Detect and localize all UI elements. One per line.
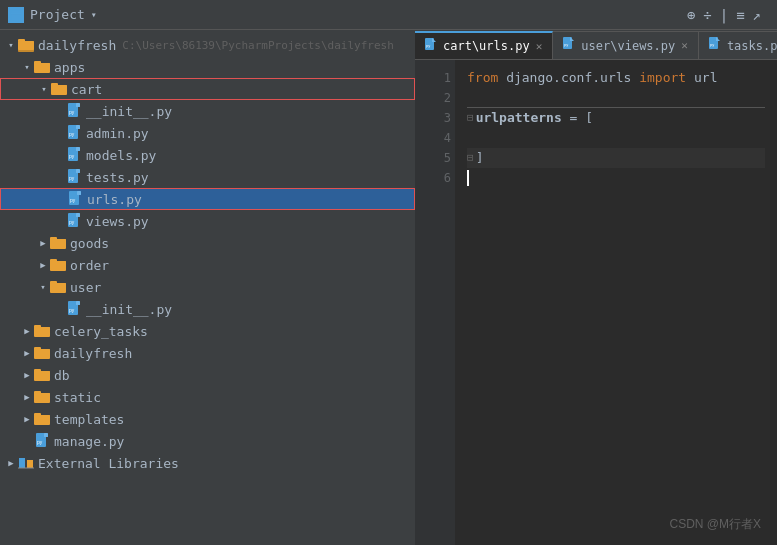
folder-icon-order	[50, 257, 66, 273]
tree-label-models-py: models.py	[86, 148, 156, 163]
tree-item-user-init-py[interactable]: py __init__.py	[0, 298, 415, 320]
tab-close-cart-urls[interactable]: ✕	[536, 40, 543, 53]
svg-text:py: py	[69, 131, 75, 137]
tree-item-order[interactable]: ▶ order	[0, 254, 415, 276]
tree-item-views-py[interactable]: py views.py	[0, 210, 415, 232]
watermark: CSDN @M行者X	[669, 516, 761, 533]
folder-icon-goods	[50, 235, 66, 251]
python-file-icon-3: py	[66, 147, 82, 163]
tab-label-tasks: tasks.py	[727, 39, 777, 53]
svg-rect-68	[19, 458, 25, 468]
folder-icon-dailyfresh	[18, 37, 34, 53]
svg-marker-78	[716, 37, 720, 41]
project-icon	[8, 7, 24, 23]
svg-rect-5	[18, 41, 34, 50]
folder-icon-dailyfresh-sub	[34, 345, 50, 361]
line-numbers: 1 2 3 4 5 6	[415, 60, 455, 545]
python-file-icon-2: py	[66, 125, 82, 141]
editor-area: py cart\urls.py ✕ py user\views.py ✕	[415, 30, 777, 545]
svg-rect-66	[44, 433, 48, 437]
arrow-dailyfresh-sub: ▶	[20, 346, 34, 360]
tab-user-views[interactable]: py user\views.py ✕	[553, 31, 699, 59]
svg-rect-38	[50, 239, 66, 247]
tree-item-cart[interactable]: ▾ cart	[0, 78, 415, 100]
tab-file-icon-3: py	[709, 37, 721, 54]
tab-label-cart-urls: cart\urls.py	[443, 39, 530, 53]
tree-label-order: order	[70, 258, 109, 273]
ext-lib-icon	[18, 455, 34, 471]
svg-marker-75	[570, 37, 574, 41]
tree-label-apps: apps	[54, 60, 85, 75]
tree-item-init-py[interactable]: py __init__.py	[0, 100, 415, 122]
tree-item-user[interactable]: ▾ user	[0, 276, 415, 298]
tree-label-admin-py: admin.py	[86, 126, 149, 141]
tree-item-models-py[interactable]: py models.py	[0, 144, 415, 166]
svg-rect-60	[34, 393, 50, 401]
tree-item-dailyfresh-subdir[interactable]: ▶ dailyfresh	[0, 342, 415, 364]
tree-item-tests-py[interactable]: py tests.py	[0, 166, 415, 188]
svg-rect-63	[34, 415, 50, 423]
tab-tasks[interactable]: py tasks.py ✕	[699, 31, 777, 59]
folder-icon-cart	[51, 81, 67, 97]
arrow-goods: ▶	[36, 236, 50, 250]
svg-rect-57	[34, 371, 50, 379]
tree-item-apps[interactable]: ▾ apps	[0, 56, 415, 78]
close-bracket: ]	[476, 148, 484, 168]
svg-rect-30	[77, 191, 81, 195]
action-add-icon[interactable]: ⊕	[687, 7, 695, 23]
svg-text:py: py	[37, 439, 43, 445]
folder-icon-user	[50, 279, 66, 295]
code-line-2	[467, 88, 765, 108]
folder-icon-apps	[34, 59, 50, 75]
action-split-icon[interactable]: ≡	[736, 7, 744, 23]
project-tree: ▾ dailyfresh C:\Users\86139\PycharmProje…	[0, 30, 415, 545]
tree-item-static[interactable]: ▶ static	[0, 386, 415, 408]
tree-label-urls-py: urls.py	[87, 192, 142, 207]
svg-text:py: py	[69, 175, 75, 181]
tree-item-templates[interactable]: ▶ templates	[0, 408, 415, 430]
project-dropdown-icon[interactable]: ▾	[91, 9, 97, 20]
code-content[interactable]: from django.conf.urls import url ⊟urlpat…	[455, 60, 777, 545]
tree-item-urls-py[interactable]: py urls.py	[0, 188, 415, 210]
top-bar: Project ▾ ⊕ ÷ | ≡ ↗	[0, 0, 777, 30]
arrow-external-libs: ▶	[4, 456, 18, 470]
action-expand-icon[interactable]: ↗	[753, 7, 761, 23]
arrow-celery-tasks: ▶	[20, 324, 34, 338]
assign-bracket: = [	[562, 108, 593, 128]
svg-rect-44	[50, 283, 66, 291]
module-name: django.conf.urls	[506, 68, 639, 88]
folder-icon-celery-tasks	[34, 323, 50, 339]
project-selector[interactable]: Project ▾	[8, 7, 128, 23]
svg-rect-26	[76, 169, 80, 173]
svg-rect-11	[51, 85, 67, 93]
tab-file-icon-2: py	[563, 37, 575, 54]
tree-item-db[interactable]: ▶ db	[0, 364, 415, 386]
tree-item-celery-tasks[interactable]: ▶ celery_tasks	[0, 320, 415, 342]
tree-item-manage-py[interactable]: py manage.py	[0, 430, 415, 452]
python-file-icon-7: py	[66, 301, 82, 317]
python-file-icon-4: py	[66, 169, 82, 185]
svg-text:py: py	[426, 43, 430, 48]
tree-label-static: static	[54, 390, 101, 405]
tree-item-admin-py[interactable]: py admin.py	[0, 122, 415, 144]
svg-rect-14	[76, 103, 80, 107]
tabs-bar: py cart\urls.py ✕ py user\views.py ✕	[415, 30, 777, 60]
tab-cart-urls[interactable]: py cart\urls.py ✕	[415, 31, 553, 59]
arrow-user: ▾	[36, 280, 50, 294]
python-file-icon-5: py	[67, 191, 83, 207]
tree-item-external-libs[interactable]: ▶ External Libraries	[0, 452, 415, 474]
action-settings-icon[interactable]: ÷	[703, 7, 711, 23]
svg-rect-0	[11, 10, 21, 20]
code-editor: 1 2 3 4 5 6 from django.conf.urls import…	[415, 60, 777, 545]
tree-label-user: user	[70, 280, 101, 295]
tree-item-dailyfresh[interactable]: ▾ dailyfresh C:\Users\86139\PycharmProje…	[0, 34, 415, 56]
text-cursor	[467, 170, 469, 186]
tree-item-goods[interactable]: ▶ goods	[0, 232, 415, 254]
main-content: ▾ dailyfresh C:\Users\86139\PycharmProje…	[0, 30, 777, 545]
svg-rect-51	[34, 327, 50, 335]
tab-close-user-views[interactable]: ✕	[681, 39, 688, 52]
arrow-cart: ▾	[37, 82, 51, 96]
action-menu-icon[interactable]: |	[720, 7, 728, 23]
tree-label-user-init-py: __init__.py	[86, 302, 172, 317]
tab-label-user-views: user\views.py	[581, 39, 675, 53]
